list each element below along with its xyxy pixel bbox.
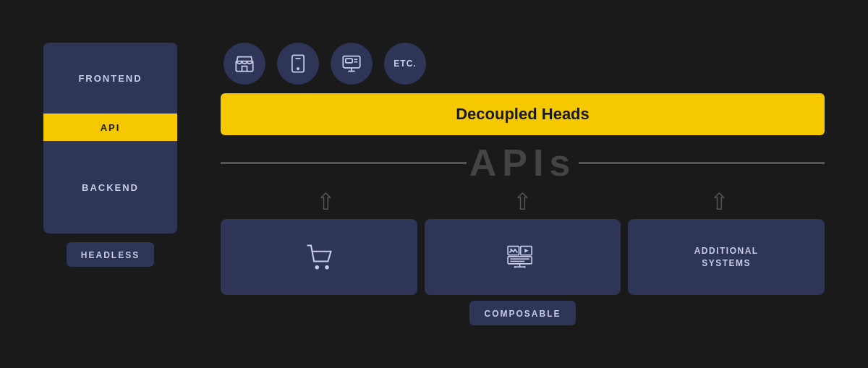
etc-circle: ETC. bbox=[384, 43, 426, 85]
desktop-icon bbox=[341, 54, 362, 74]
cms-icon bbox=[507, 241, 539, 273]
arrow-up-2: ⇧ bbox=[513, 190, 532, 213]
api-block: API bbox=[43, 114, 177, 141]
headless-label-box: HEADLESS bbox=[67, 242, 154, 267]
svg-point-22 bbox=[523, 265, 525, 268]
backend-label: BACKEND bbox=[82, 182, 139, 193]
systems-row: ADDITIONAL SYSTEMS bbox=[221, 219, 825, 295]
svg-rect-7 bbox=[346, 59, 352, 63]
headless-label: HEADLESS bbox=[81, 250, 140, 260]
cart-icon bbox=[303, 241, 335, 273]
composable-section: ETC. Decoupled Heads APIs ⇧ ⇧ ⇧ bbox=[221, 43, 825, 325]
mobile-icon-circle bbox=[277, 43, 319, 85]
store-icon bbox=[234, 54, 255, 74]
monolith-box: FRONTEND API BACKEND bbox=[43, 43, 177, 234]
headless-section: FRONTEND API BACKEND HEADLESS bbox=[43, 43, 177, 267]
apis-line-left bbox=[221, 162, 467, 164]
composable-label: COMPOSABLE bbox=[484, 309, 561, 319]
apis-wrapper: APIs bbox=[221, 141, 825, 184]
composable-bottom: COMPOSABLE bbox=[221, 301, 825, 325]
composable-label-box: COMPOSABLE bbox=[469, 301, 575, 325]
svg-rect-16 bbox=[508, 256, 532, 263]
additional-systems-box: ADDITIONAL SYSTEMS bbox=[628, 219, 825, 295]
diagram-wrapper: FRONTEND API BACKEND HEADLESS bbox=[0, 21, 868, 347]
store-icon-circle bbox=[224, 43, 265, 85]
decoupled-heads-bar: Decoupled Heads bbox=[221, 93, 825, 135]
decoupled-heads-label: Decoupled Heads bbox=[456, 105, 590, 123]
desktop-icon-circle bbox=[331, 43, 373, 85]
ecommerce-box bbox=[221, 219, 417, 295]
svg-rect-12 bbox=[508, 246, 519, 254]
mobile-icon bbox=[288, 54, 308, 74]
apis-text: APIs bbox=[467, 144, 579, 181]
additional-systems-label: ADDITIONAL SYSTEMS bbox=[694, 245, 759, 270]
frontend-block: FRONTEND bbox=[43, 43, 177, 114]
api-label: API bbox=[101, 122, 121, 133]
svg-marker-15 bbox=[524, 248, 529, 252]
svg-point-2 bbox=[297, 68, 299, 69]
heads-icons-row: ETC. bbox=[224, 43, 426, 85]
backend-block: BACKEND bbox=[43, 141, 177, 234]
svg-point-21 bbox=[514, 265, 516, 268]
frontend-label: FRONTEND bbox=[78, 73, 142, 84]
arrows-row: ⇧ ⇧ ⇧ bbox=[221, 190, 825, 213]
svg-point-10 bbox=[315, 265, 319, 270]
apis-line-right bbox=[579, 162, 825, 164]
cms-box bbox=[425, 219, 621, 295]
svg-point-11 bbox=[325, 265, 329, 270]
arrow-up-3: ⇧ bbox=[710, 190, 729, 213]
arrow-up-1: ⇧ bbox=[316, 190, 336, 213]
etc-label: ETC. bbox=[393, 59, 416, 69]
svg-point-13 bbox=[510, 248, 512, 250]
